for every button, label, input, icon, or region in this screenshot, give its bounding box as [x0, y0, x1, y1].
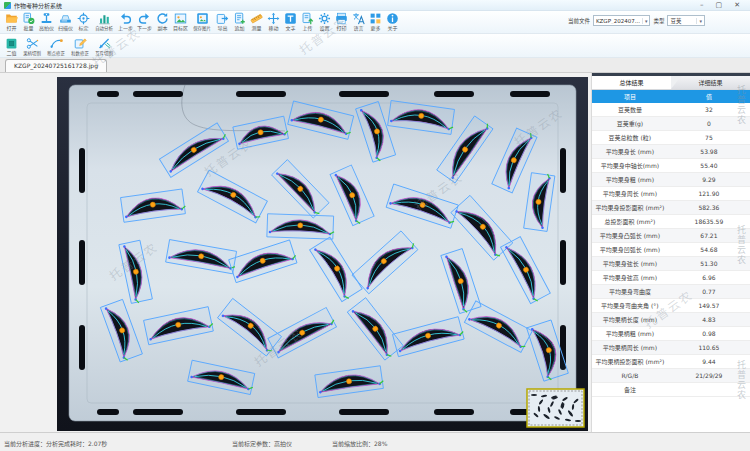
- status-elapsed: 耗时：2.07秒: [70, 439, 107, 448]
- settings-icon: [318, 12, 331, 25]
- result-item-label: 平均果身弯曲夹角 (°): [592, 299, 668, 313]
- toolbar-language-button[interactable]: 语言: [350, 12, 367, 31]
- result-item-value: 54.68: [668, 243, 750, 257]
- result-row: 总投影面积 (mm²)18635.59: [592, 215, 750, 229]
- status-bar: 当前分析进度：分析完成 耗时：2.07秒 当前标定参数：高拍仪 当前缩放比例：2…: [0, 432, 750, 451]
- result-item-value: 0: [668, 117, 750, 131]
- toolbar-item-label: 设置: [320, 25, 330, 31]
- result-tabs: 总体结果详细结果: [592, 76, 750, 90]
- close-button[interactable]: ✕: [734, 2, 740, 9]
- next-step-icon: [138, 12, 151, 25]
- toolbar-doc-camera-button[interactable]: 高拍仪: [37, 12, 56, 31]
- auto-analyze-icon: [98, 12, 111, 25]
- result-item-value: 75: [668, 131, 750, 145]
- toolbar-item-label: 导出: [218, 25, 228, 31]
- current-file-select[interactable]: KZGP_202407... ▾: [593, 15, 650, 26]
- toolbar-breakpoint-fix-button[interactable]: 断点修正: [44, 37, 68, 56]
- chevron-down-icon: ▾: [642, 18, 648, 24]
- image-viewer[interactable]: [0, 73, 592, 432]
- toolbar-move-button[interactable]: 移动: [265, 12, 282, 31]
- type-value: 豆荚: [670, 17, 694, 25]
- toolbar-upload-button[interactable]: 上传: [299, 12, 316, 31]
- minimize-button[interactable]: –: [700, 2, 704, 9]
- toolbar-next-step-button[interactable]: 下一步: [135, 12, 154, 31]
- toolbar-item-label: 追加: [235, 25, 245, 31]
- pod-annotation[interactable]: [267, 214, 335, 239]
- toolbar-measure-button[interactable]: 测量: [248, 12, 265, 31]
- toolbar-binarize-button[interactable]: 二值: [3, 37, 20, 56]
- result-item-value: 55.40: [668, 159, 750, 173]
- result-row: 平均果身投影面积 (mm²)582.36: [592, 201, 750, 215]
- toolbar-item-label: 扫描仪: [58, 25, 73, 31]
- result-row: 平均果柄周长 (mm)110.65: [592, 341, 750, 355]
- toolbar-text-button[interactable]: 文字: [282, 12, 299, 31]
- results-header-value: 值: [668, 90, 750, 103]
- toolbar-item-label: 粒数修正: [71, 50, 89, 56]
- toolbar-grain-count-fix-button[interactable]: 粒数修正: [68, 37, 92, 56]
- toolbar-item-label: 目标区: [173, 25, 188, 31]
- result-item-value: 32: [668, 103, 750, 117]
- result-item-value: 4.83: [668, 313, 750, 327]
- result-row: 平均果身弦高 (mm)6.96: [592, 271, 750, 285]
- toolbar-item-label: 更多: [371, 25, 381, 31]
- toolbar-scanner-button[interactable]: 扫描仪: [56, 12, 75, 31]
- type-select[interactable]: 豆荚 ▾: [667, 15, 705, 26]
- maximize-button[interactable]: ▢: [716, 2, 723, 9]
- binarize-icon: [5, 37, 18, 50]
- title-bar: 作物考种分析系统 – ▢ ✕: [0, 0, 750, 11]
- toolbar-settings-button[interactable]: 设置: [316, 12, 333, 31]
- chevron-down-icon: ▾: [696, 18, 702, 24]
- toolbar-prev-step-button[interactable]: 上一步: [116, 12, 135, 31]
- toolbar-item-label: 打印: [337, 25, 347, 31]
- result-item-label: 豆荚数量: [592, 103, 668, 117]
- toolbar-save-image-button[interactable]: 保存图片: [190, 12, 214, 31]
- toolbar-export-button[interactable]: 导出: [214, 12, 231, 31]
- toolbar-stem-cut-button[interactable]: 果柄切割: [20, 37, 44, 56]
- result-item-label: 平均果身粗 (mm): [592, 173, 668, 187]
- result-item-label: 平均果身弦高 (mm): [592, 271, 668, 285]
- main-toolbar: 打开批量高拍仪扫描仪标定自动分析上一步下一步副本目标区保存图片导出追加测量移动文…: [0, 11, 750, 34]
- document-tab-bar: KZGP_20240725161728.jpg: [0, 58, 750, 73]
- toolbar-item-label: 打开: [6, 25, 16, 31]
- result-row: 平均果身弯曲度0.77: [592, 285, 750, 299]
- edit-toolbar: 二值果柄切割断点修正粒数修正互斥切割: [0, 34, 750, 58]
- document-tab[interactable]: KZGP_20240725161728.jpg: [5, 59, 107, 72]
- toolbar-calibrate-button[interactable]: 标定: [75, 12, 92, 31]
- result-item-value: 149.57: [668, 299, 750, 313]
- result-row: 平均果身长 (mm)53.98: [592, 145, 750, 159]
- navigator-thumbnail[interactable]: [527, 389, 584, 427]
- toolbar-target-area-button[interactable]: 目标区: [171, 12, 190, 31]
- toolbar-more-button[interactable]: 更多: [367, 12, 384, 31]
- results-panel: 总体结果详细结果 项目 值 豆荚数量32豆荚重(g)0豆荚总粒数 (粒)75平均…: [592, 73, 750, 432]
- toolbar-item-label: 文字: [286, 25, 296, 31]
- toolbar-batch-button[interactable]: 批量: [20, 12, 37, 31]
- result-row: 平均果柄投影面积 (mm²)9.44: [592, 355, 750, 369]
- result-item-label: 平均果柄投影面积 (mm²): [592, 355, 668, 369]
- result-row: 平均果柄长度 (mm)4.83: [592, 313, 750, 327]
- pod-center-marker: [298, 223, 303, 228]
- toolbar-auto-analyze-button[interactable]: 自动分析: [92, 12, 116, 31]
- result-item-value: [668, 383, 750, 397]
- app-icon: [4, 2, 11, 9]
- scanner-icon: [59, 12, 72, 25]
- toolbar-append-button[interactable]: 追加: [231, 12, 248, 31]
- result-tab-overall[interactable]: 总体结果: [592, 76, 671, 89]
- status-zoom-level: 当前缩放比例：28%: [332, 439, 387, 448]
- toolbar-item-label: 互斥切割: [95, 50, 113, 56]
- specimen-photo[interactable]: [57, 77, 588, 431]
- result-item-value: 9.44: [668, 355, 750, 369]
- toolbar-item-label: 批量: [23, 25, 33, 31]
- toolbar-print-button[interactable]: 打印: [333, 12, 350, 31]
- result-tab-detail[interactable]: 详细结果: [671, 76, 750, 89]
- toolbar-open-button[interactable]: 打开: [3, 12, 20, 31]
- result-item-label: 总投影面积 (mm²): [592, 215, 668, 229]
- result-item-value: 53.98: [668, 145, 750, 159]
- toolbar-about-button[interactable]: 关于: [384, 12, 401, 31]
- result-item-label: 平均果身长 (mm): [592, 145, 668, 159]
- append-icon: [233, 12, 246, 25]
- toolbar-duplicate-button[interactable]: 副本: [154, 12, 171, 31]
- toolbar-item-label: 果柄切割: [23, 50, 41, 56]
- result-row: 平均果身弯曲夹角 (°)149.57: [592, 299, 750, 313]
- toolbar-mutex-cut-button[interactable]: 互斥切割: [92, 37, 116, 56]
- result-item-label: 豆荚总粒数 (粒): [592, 131, 668, 145]
